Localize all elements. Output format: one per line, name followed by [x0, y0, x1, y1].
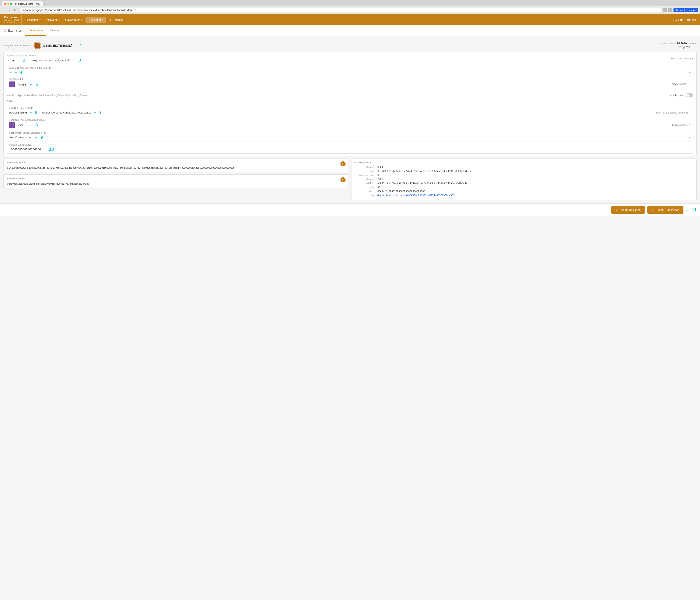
- see-link-dropdown-icon: ▾: [692, 57, 694, 60]
- real-field-value[interactable]: Id: [9, 71, 12, 74]
- stake-enc-label: stake: [354, 189, 376, 193]
- balance-currency: DANCE: [688, 42, 697, 45]
- browser-toolbar-icons: [663, 8, 672, 12]
- submit-unsigned-button[interactable]: ⟳ Submit Unsigned: [611, 206, 645, 214]
- github-icon: ⑂: [672, 18, 674, 21]
- page-tabs: Submission Decode: [25, 25, 62, 36]
- pallet-value[interactable]: proxy: [6, 58, 15, 62]
- bookmark-icon: [663, 8, 667, 12]
- nav-github[interactable]: ⑂ GitHub: [672, 18, 683, 21]
- governance-chevron-icon: ▾: [81, 19, 82, 21]
- call-link-dropdown-icon: ▾: [690, 111, 691, 114]
- encoding-row-callindex: callindex 0600: [354, 165, 694, 169]
- pool-dropdown-icon[interactable]: ▾: [689, 136, 691, 139]
- minimize-button[interactable]: [7, 3, 9, 5]
- tab-decode[interactable]: Decode: [46, 25, 62, 36]
- avatar: [33, 42, 41, 49]
- copy-call-data-button[interactable]: ⎘: [341, 161, 346, 166]
- candidate-avatar: [9, 122, 15, 128]
- encoded-call-card: encoded call data ⎘ 0x060000a0095f9efd22…: [3, 158, 349, 172]
- close-button[interactable]: [4, 3, 6, 5]
- annotation-5: ← 5: [29, 82, 38, 87]
- callindex2-label: callindex: [354, 177, 376, 181]
- browser-chrome: Polkadot/Substrate Portal + ‹ › ↻ Relaun…: [0, 0, 700, 14]
- nav-network[interactable]: Network ▾: [44, 17, 62, 23]
- new-tab-button[interactable]: +: [43, 2, 47, 6]
- see-request-delegate-link[interactable]: See ['Pallet::request_delegate']. ▾: [656, 111, 691, 114]
- reload-button[interactable]: ↻: [12, 8, 18, 12]
- copy-hash-button[interactable]: ⎘: [341, 177, 346, 182]
- nav-wiki[interactable]: 📖 Wiki: [686, 18, 697, 21]
- account-address[interactable]: 5GYyHYvEn… ▾: [678, 46, 697, 49]
- candidate-enc-value: a0095f9efd224b46277b5bc4334a77e7e9c653e6…: [376, 181, 694, 185]
- encoding-row-stake: stake 0000c16ff2862300000000000000000000: [354, 189, 694, 193]
- forward-button[interactable]: ›: [7, 8, 11, 12]
- tab-title: Polkadot/Substrate Portal: [14, 3, 40, 5]
- stake-value[interactable]: 1000000000000000000: [9, 148, 41, 151]
- annotation-1: ← 1: [73, 43, 82, 48]
- callindex-label: callindex: [354, 165, 376, 169]
- browser-tab-active[interactable]: Polkadot/Substrate Portal: [2, 1, 43, 6]
- force-proxy-section: forceProxyType: Option<DanceboxRuntimePr…: [4, 92, 696, 105]
- candidate-dropdown-icon: ▾: [690, 123, 691, 126]
- brand-sub: dancebox/500: [4, 19, 19, 21]
- extrinsic-main: submit the following extrinsic proxy ← 2…: [4, 52, 696, 65]
- address-bar[interactable]: [19, 8, 661, 13]
- back-button[interactable]: ‹: [2, 8, 6, 12]
- annotation-2: ← 2: [17, 58, 25, 62]
- encoded-call-value: 0x060000a0095f9efd224b46277b5bc4334a77e7…: [6, 166, 346, 170]
- id-field-value[interactable]: TANSSI: [17, 83, 27, 86]
- link-value[interactable]: #/extrinsics/decode/0x060000a0095f9efd22…: [376, 193, 694, 197]
- encoding-table: callindex 0600 real 00 a0095f9efd224b462…: [354, 165, 694, 197]
- id-address-dropdown-icon: ▾: [690, 83, 691, 86]
- candidate-enc-label: candidate: [354, 181, 376, 185]
- annotation-8: ← 8: [29, 123, 38, 127]
- brand-name: Dancebox: [4, 16, 19, 19]
- callindex2-value: 2201: [376, 177, 694, 181]
- candidate-field-row: candidate: AccountId32 (Candidate) TANSS…: [7, 117, 693, 130]
- real-value: 00 a0095f9efd224b46277b5bc4334a77e7e9c65…: [376, 169, 694, 173]
- encoded-call-title: encoded call data: [6, 161, 25, 164]
- annotation-11: ← 11: [685, 207, 697, 212]
- forceproxytype-value: 00: [376, 173, 694, 177]
- call-section: call: Call (RuntimeCall) pooledStaking ←…: [6, 105, 694, 154]
- account-row: using the selected account DEMO (EXTENSI…: [3, 39, 697, 52]
- encoded-hash-title: encoded call hash: [6, 177, 25, 180]
- tab-submission[interactable]: Submission: [25, 25, 46, 36]
- submit-transaction-button[interactable]: ⟳ Submit Transaction: [647, 206, 683, 214]
- encoded-hash-card: encoded call hash ⎘ 0x8f30a8c1d6a7d1f918…: [3, 174, 349, 188]
- balance-value: 24.9999: [677, 42, 686, 45]
- id-field-label: Id: AccountId: [9, 78, 691, 80]
- include-option-label: include option: [670, 94, 684, 97]
- encoding-row-pool: pool 00: [354, 185, 694, 189]
- maximize-button[interactable]: [10, 3, 12, 5]
- candidate-value[interactable]: TANSSI: [17, 123, 27, 127]
- pool-value[interactable]: AutoCompounding: [9, 136, 32, 139]
- extrinsic-section: submit the following extrinsic proxy ← 2…: [3, 52, 697, 156]
- see-pallet-link[interactable]: See ['Pallet::proxy']. ▾: [671, 57, 694, 60]
- candidate-address[interactable]: 5FgYJYKVJ… ▾: [672, 123, 691, 126]
- id-field-address[interactable]: 5FgYJYKVJ… ▾: [672, 83, 691, 86]
- none-value: None: [6, 99, 13, 102]
- real-field-dropdown-icon[interactable]: ▾: [689, 71, 691, 74]
- developer-chevron-icon: ▾: [102, 19, 103, 21]
- relaunch-button[interactable]: Relaunch to update: [674, 8, 698, 12]
- accounts-chevron-icon: ▾: [40, 19, 41, 21]
- pool-field-label: pool: PalletPooledStakingTargetPool: [9, 131, 691, 134]
- balance-row: free balance 24.9999 DANCE: [662, 42, 697, 45]
- nav-settings[interactable]: ⚙ Settings: [106, 17, 126, 23]
- callindex-value: 0600: [376, 165, 694, 169]
- include-option-toggle[interactable]: [686, 93, 694, 97]
- toggle-knob: [686, 94, 690, 97]
- call-pallet-value[interactable]: pooledStaking: [9, 111, 27, 114]
- brand-section[interactable]: Dancebox dancebox/500 #1,588,523: [3, 15, 22, 25]
- pool-enc-label: pool: [354, 185, 376, 189]
- nav-menu: Accounts ▾ Network ▾ Governance ▾ Develo…: [24, 17, 671, 23]
- nav-developer[interactable]: Developer ▾: [85, 17, 106, 23]
- nav-governance[interactable]: Governance ▾: [62, 17, 85, 23]
- page-title: Extrinsics: [8, 29, 22, 32]
- encoding-row-callindex2: callindex 2201: [354, 177, 694, 181]
- nav-accounts[interactable]: Accounts ▾: [24, 17, 43, 23]
- real-label: real: [354, 169, 376, 173]
- extrinsics-icon: ⬡: [3, 28, 6, 32]
